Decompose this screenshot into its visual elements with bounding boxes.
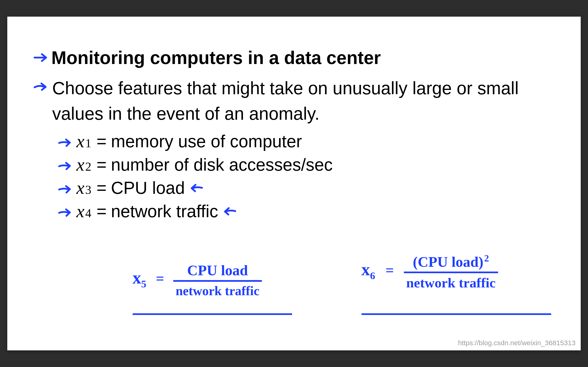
hw-fraction: CPU load network traffic [173, 262, 262, 298]
equals-sign: = [96, 132, 107, 151]
hw-numerator: CPU load [185, 262, 251, 279]
subtitle-row: Choose features that might take on unusu… [33, 75, 561, 127]
slide-title: Monitoring computers in a data center [51, 47, 381, 69]
watermark: https://blog.csdn.net/weixin_36815313 [458, 339, 576, 347]
arrow-right-icon [58, 207, 73, 220]
handwritten-x6: x6 = (CPU load)2 network traffic [361, 253, 498, 291]
arrow-right-icon [58, 137, 73, 150]
feature-row: x3 = CPU load [58, 177, 561, 198]
feature-row: x2 = number of disk accesses/sec [58, 154, 561, 175]
feature-row: x4 = network traffic [58, 201, 561, 222]
math-subscript: 4 [85, 206, 91, 220]
math-variable: x [76, 201, 84, 222]
handwritten-x5: x5 = CPU load network traffic [132, 262, 262, 298]
math-variable: x [76, 154, 84, 175]
feature-text: x2 = number of disk accesses/sec [76, 154, 333, 175]
equals-sign: = [96, 178, 107, 198]
arrow-left-icon [222, 202, 237, 221]
math-variable: x [76, 131, 84, 152]
slide-container: Monitoring computers in a data center Ch… [7, 17, 581, 350]
hw-denominator: network traffic [404, 275, 498, 291]
slide: Monitoring computers in a data center Ch… [7, 17, 581, 350]
arrow-left-icon [189, 178, 204, 198]
hw-fraction: (CPU load)2 network traffic [404, 253, 498, 291]
hw-exponent: 2 [484, 253, 489, 264]
math-subscript: 1 [85, 137, 91, 150]
hw-var: x [361, 260, 370, 279]
arrow-right-icon [33, 51, 49, 66]
feature-description: number of disk accesses/sec [111, 155, 333, 175]
slide-content: Monitoring computers in a data center Ch… [7, 17, 581, 222]
feature-row: x1 = memory use of computer [58, 131, 561, 152]
hw-eq: = [386, 262, 394, 278]
hw-sub: 6 [370, 270, 375, 282]
hw-fraction-bar [404, 272, 498, 273]
hw-underline [132, 313, 292, 315]
feature-description: network traffic [111, 202, 218, 221]
hw-eq: = [156, 271, 164, 287]
math-subscript: 3 [85, 183, 91, 197]
hw-var: x [132, 268, 141, 288]
arrow-right-icon [33, 80, 49, 94]
hw-numerator: (CPU load)2 [410, 253, 492, 270]
hw-denominator: network traffic [173, 284, 262, 298]
feature-text: x3 = CPU load [76, 177, 204, 198]
feature-description: CPU load [111, 178, 185, 198]
feature-text: x1 = memory use of computer [76, 131, 302, 152]
hw-underline [361, 313, 551, 315]
equals-sign: = [96, 202, 107, 221]
math-subscript: 2 [85, 160, 91, 174]
math-variable: x [76, 177, 84, 198]
hw-fraction-bar [173, 280, 262, 282]
arrow-right-icon [58, 160, 73, 173]
hw-sub: 5 [141, 278, 146, 290]
arrow-right-icon [58, 184, 73, 197]
equals-sign: = [96, 155, 107, 175]
hw-num-base: (CPU load) [413, 254, 483, 270]
feature-text: x4 = network traffic [76, 201, 237, 222]
slide-subtitle: Choose features that might take on unusu… [52, 75, 561, 127]
title-row: Monitoring computers in a data center [33, 47, 561, 69]
feature-description: memory use of computer [111, 132, 302, 151]
